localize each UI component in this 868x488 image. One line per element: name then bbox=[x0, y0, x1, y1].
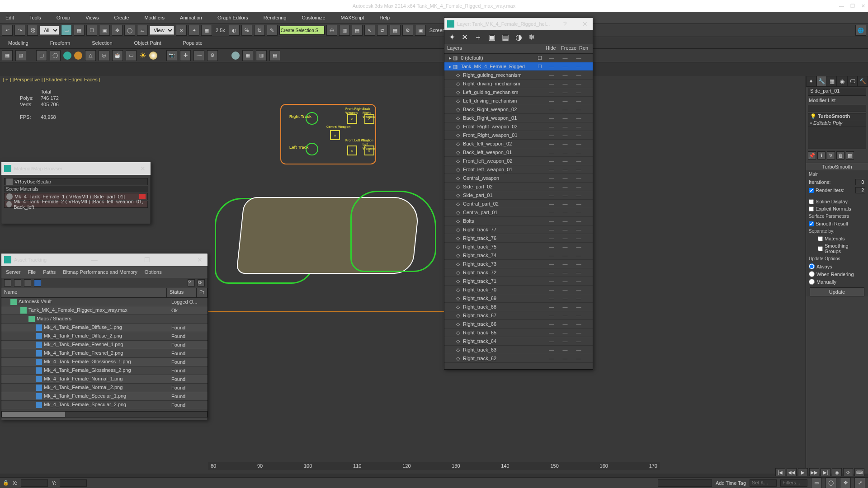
torus-icon[interactable]: ◎ bbox=[99, 50, 109, 61]
col-pr[interactable]: Pr bbox=[197, 288, 208, 297]
layer-manager[interactable]: Layer: Tank_MK_4_Female_Rigged_hel... ? … bbox=[444, 17, 593, 370]
sphere-prim-icon[interactable] bbox=[231, 52, 240, 60]
menu-maxscript[interactable]: MAXScript bbox=[338, 14, 367, 22]
array-icon[interactable]: ▦ bbox=[242, 50, 253, 61]
select-object-button[interactable]: ▭ bbox=[61, 25, 72, 36]
bl-weapon-control[interactable]: o bbox=[364, 145, 374, 155]
layer-row[interactable]: ◇ Left_guiding_mechanism——— bbox=[444, 88, 593, 97]
menu-views[interactable]: Views bbox=[83, 14, 101, 22]
layer-row[interactable]: ◇ Right_track_70——— bbox=[444, 286, 593, 294]
render-frame-button[interactable]: ▣ bbox=[415, 25, 426, 36]
layer-row[interactable]: ▸ ▥ Tank_MK_4_Female_Rigged☐——— bbox=[444, 62, 593, 71]
layer-row[interactable]: ◇ Back_Right_weapon_01——— bbox=[444, 114, 593, 122]
poly-tools-icon[interactable]: ▦ bbox=[2, 50, 13, 61]
at-refresh-icon[interactable]: ⟳ bbox=[198, 279, 205, 286]
render-setup-button[interactable]: ⚙ bbox=[402, 25, 413, 36]
modifier-list-dropdown[interactable] bbox=[808, 105, 866, 112]
show-end-icon[interactable]: ℹ bbox=[817, 151, 826, 160]
play-btn[interactable]: ◀◀ bbox=[787, 468, 797, 476]
stack-turbosmooth[interactable]: 💡 TurboSmooth bbox=[808, 113, 866, 120]
man-radio[interactable] bbox=[809, 279, 815, 285]
systems-icon[interactable]: ⚙ bbox=[207, 50, 218, 61]
undo-button[interactable]: ↶ bbox=[2, 25, 13, 36]
layer-row[interactable]: ◇ Right_track_74——— bbox=[444, 251, 593, 260]
snap-toggle[interactable]: ▦ bbox=[201, 25, 212, 36]
material-map-browser[interactable]: Material/Map Browser ✕ VRayUserScalar Sc… bbox=[1, 162, 151, 224]
menu-tools[interactable]: Tools bbox=[27, 14, 44, 22]
layer-delete-icon[interactable]: ✕ bbox=[462, 33, 468, 42]
col-layers[interactable]: Layers bbox=[444, 44, 543, 53]
menu-edit[interactable]: Edit bbox=[3, 14, 17, 22]
ribbon-object-paint[interactable]: Object Paint bbox=[131, 39, 165, 47]
update-button[interactable]: Update bbox=[810, 287, 864, 296]
pin-stack-icon[interactable]: 📌 bbox=[808, 151, 816, 160]
layer-row[interactable]: ◇ Right_track_68——— bbox=[444, 303, 593, 311]
asset-row[interactable]: Autodesk VaultLogged O... bbox=[1, 298, 208, 306]
helpers-icon[interactable]: ✚ bbox=[180, 50, 191, 61]
layer-sel-icon[interactable]: ▣ bbox=[488, 33, 495, 42]
asset-row[interactable]: Mk_4_Tank_Female_Specular_2.pngFound bbox=[1, 401, 208, 409]
asset-row[interactable]: Maps / Shaders bbox=[1, 315, 208, 324]
ribbon-populate[interactable]: Populate bbox=[179, 39, 206, 47]
angle-snap-button[interactable]: ◐ bbox=[229, 25, 240, 36]
layer-row[interactable]: ◇ Right_track_63——— bbox=[444, 346, 593, 354]
at-scrollbar[interactable] bbox=[1, 411, 208, 418]
when-radio[interactable] bbox=[809, 271, 815, 277]
layer-highlight-icon[interactable]: ▤ bbox=[502, 33, 509, 42]
asset-row[interactable]: Mk_4_Tank_Female_Normal_1.pngFound bbox=[1, 375, 208, 384]
col-freeze[interactable]: Freeze bbox=[558, 44, 576, 53]
layer-row[interactable]: ◇ Left_driving_mechanism——— bbox=[444, 97, 593, 105]
status-x-field[interactable] bbox=[21, 479, 48, 487]
layer-row[interactable]: ◇ Right_track_64——— bbox=[444, 337, 593, 346]
plane-icon[interactable]: ▭ bbox=[126, 50, 137, 61]
at-menu-paths[interactable]: Paths bbox=[43, 269, 56, 275]
link-button[interactable]: ⛓ bbox=[27, 25, 38, 36]
light-icon[interactable]: ☀ bbox=[139, 51, 146, 61]
ribbon-freeform[interactable]: Freeform bbox=[47, 39, 74, 47]
menu-customize[interactable]: Customize bbox=[299, 14, 328, 22]
prompt-field[interactable] bbox=[658, 479, 712, 487]
redo-button[interactable]: ↷ bbox=[14, 25, 25, 36]
nav-tool3[interactable]: ✥ bbox=[840, 478, 851, 488]
select-name-button[interactable]: ▦ bbox=[74, 25, 85, 36]
rotate-button[interactable]: ◯ bbox=[124, 25, 135, 36]
remove-mod-icon[interactable]: 🗑 bbox=[836, 151, 844, 160]
at-tool4[interactable] bbox=[34, 279, 41, 286]
isoline-check[interactable] bbox=[809, 199, 814, 204]
layer-row[interactable]: ◇ Front_Right_weapon_01——— bbox=[444, 131, 593, 140]
misc-icon[interactable]: ▥ bbox=[256, 50, 267, 61]
window-crossing-button[interactable]: ▣ bbox=[99, 25, 110, 36]
ref-coord-dropdown[interactable]: View bbox=[150, 26, 174, 35]
layer-row[interactable]: ▸ ▥ 0 (default)☐——— bbox=[444, 54, 593, 62]
menu-help[interactable]: Help bbox=[377, 14, 393, 22]
layer-row[interactable]: ◇ Bolts——— bbox=[444, 217, 593, 225]
layer-row[interactable]: ◇ Back_left_weapon_01——— bbox=[444, 148, 593, 157]
unique-icon[interactable]: ∀ bbox=[827, 151, 835, 160]
display-tab[interactable]: 🖵 bbox=[847, 76, 858, 87]
smooth-check[interactable] bbox=[809, 221, 814, 226]
fl-weapon-control[interactable]: o bbox=[347, 145, 357, 155]
mmb-material-2[interactable]: Mk_4_Tank_Female_2 ( VRayMtl ) [Back_lef… bbox=[4, 201, 148, 208]
edit-named-sel-button[interactable]: ✎ bbox=[267, 25, 278, 36]
asset-row[interactable]: Mk_4_Tank_Female_Glossiness_2.pngFound bbox=[1, 366, 208, 375]
central-weapon-control[interactable]: o bbox=[330, 130, 340, 140]
nav-tool1[interactable]: ▭ bbox=[811, 478, 822, 488]
play-btn[interactable]: ⌨ bbox=[854, 468, 864, 476]
std-light-icon[interactable] bbox=[149, 52, 157, 60]
add-time-tag[interactable]: Add Time Tag bbox=[716, 480, 746, 486]
layer-row[interactable]: ◇ Right_track_67——— bbox=[444, 311, 593, 320]
cone-icon[interactable]: △ bbox=[85, 50, 96, 61]
selection-filter[interactable]: All bbox=[40, 26, 59, 35]
mmb-node[interactable]: VRayUserScalar bbox=[4, 178, 148, 185]
layer-row[interactable]: ◇ Right_track_62——— bbox=[444, 354, 593, 363]
asset-row[interactable]: Mk_4_Tank_Female_Specular_1.pngFound bbox=[1, 392, 208, 401]
menu-group[interactable]: Group bbox=[54, 14, 73, 22]
right-track-control[interactable] bbox=[306, 112, 318, 125]
config-icon[interactable]: ▦ bbox=[846, 151, 854, 160]
misc2-icon[interactable]: ▤ bbox=[269, 50, 280, 61]
layer-add-icon[interactable]: ＋ bbox=[474, 32, 482, 42]
sphere-icon[interactable] bbox=[63, 52, 71, 60]
rollout-title[interactable]: TurboSmooth bbox=[806, 163, 868, 170]
filters-button[interactable]: Filters... bbox=[780, 479, 807, 487]
at-min-button[interactable]: — bbox=[90, 256, 99, 263]
